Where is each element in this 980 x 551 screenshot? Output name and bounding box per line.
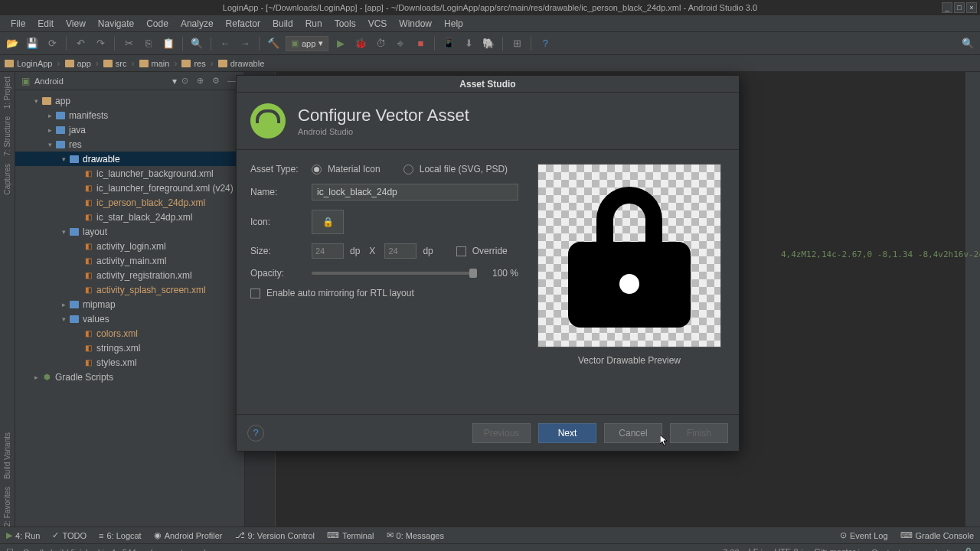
radio-local-file[interactable] [403, 165, 413, 174]
back-icon[interactable]: ← [217, 36, 233, 51]
profiler-tool[interactable]: ◉Android Profiler [154, 530, 223, 540]
find-icon[interactable]: 🔍 [189, 36, 204, 51]
previous-button[interactable]: Previous [472, 423, 531, 443]
build-variants-tab[interactable]: Build Variants [3, 432, 11, 479]
height-input[interactable] [384, 243, 416, 259]
cut-icon[interactable]: ✂ [121, 36, 136, 51]
run-tool[interactable]: ▶4: Run [6, 530, 40, 540]
tree-item[interactable]: ▸mipmap [15, 297, 244, 311]
next-button[interactable]: Next [538, 423, 596, 443]
context-indicator[interactable]: Context: <no context> [871, 548, 954, 552]
tree-item[interactable]: ◧activity_login.xml [15, 239, 244, 253]
override-checkbox[interactable] [456, 246, 466, 256]
sdk-icon[interactable]: ⬇ [461, 36, 476, 51]
caret-position[interactable]: 7:33 [723, 548, 739, 552]
tree-item[interactable]: ◧ic_launcher_foreground.xml (v24) [15, 181, 244, 195]
breadcrumb-item[interactable]: drawable [218, 59, 265, 68]
breadcrumb-item[interactable]: app [65, 59, 91, 68]
messages-tool[interactable]: ✉0: Messages [387, 530, 444, 540]
menu-vcs[interactable]: VCS [362, 17, 394, 31]
minimize-button[interactable]: _ [942, 2, 952, 13]
menu-help[interactable]: Help [438, 17, 469, 31]
avd-icon[interactable]: 📱 [441, 36, 456, 51]
file-encoding[interactable]: UTF-8≑ [774, 547, 805, 551]
cancel-button[interactable]: Cancel [604, 423, 662, 443]
menu-code[interactable]: Code [140, 17, 175, 31]
project-tree[interactable]: ▾app▸manifests▸java▾res▾drawable◧ic_laun… [15, 90, 244, 527]
forward-icon[interactable]: → [237, 36, 253, 51]
menu-tools[interactable]: Tools [328, 17, 362, 31]
finish-button[interactable]: Finish [670, 423, 728, 443]
opacity-slider[interactable] [312, 272, 477, 275]
menu-build[interactable]: Build [266, 17, 299, 31]
redo-icon[interactable]: ↷ [93, 36, 108, 51]
tree-item[interactable]: ▸java [15, 122, 244, 137]
breadcrumb-item[interactable]: src [103, 59, 127, 68]
help-button[interactable]: ? [247, 425, 264, 442]
run-config-selector[interactable]: ▣ app ▾ [286, 36, 328, 51]
structure-tool-tab[interactable]: 7: Structure [3, 116, 11, 156]
terminal-tool[interactable]: ⌨Terminal [327, 530, 374, 540]
width-input[interactable] [312, 243, 344, 259]
todo-tool[interactable]: ✓TODO [52, 530, 87, 540]
search-everywhere-icon[interactable]: 🔍 [960, 36, 975, 51]
run-icon[interactable]: ▶ [333, 36, 348, 51]
eventlog-tool[interactable]: ⊙Event Log [840, 530, 888, 540]
project-tool-tab[interactable]: 1: Project [3, 77, 11, 109]
lock-icon[interactable]: 🔒 [963, 547, 974, 551]
git-branch[interactable]: Git: master≑ [815, 547, 863, 551]
logcat-tool[interactable]: ≡6: Logcat [99, 531, 142, 540]
gradle-console-tool[interactable]: ⌨Gradle Console [900, 530, 974, 540]
name-input[interactable] [312, 184, 518, 201]
menu-file[interactable]: File [5, 17, 31, 31]
help-icon[interactable]: ? [537, 36, 553, 51]
breadcrumb-item[interactable]: LoginApp [5, 59, 53, 68]
debug-icon[interactable]: 🐞 [353, 36, 368, 51]
rtl-checkbox[interactable] [250, 289, 260, 298]
breadcrumb-item[interactable]: main [139, 59, 170, 68]
status-icon[interactable]: ☐ [6, 547, 14, 551]
sync-icon[interactable]: ⟳ [44, 36, 60, 51]
tree-item[interactable]: ◧activity_splash_screen.xml [15, 282, 244, 297]
menu-refactor[interactable]: Refactor [220, 17, 266, 31]
vcs-tool[interactable]: ⎇9: Version Control [235, 530, 315, 540]
tree-item[interactable]: ▾res [15, 137, 244, 152]
menu-run[interactable]: Run [299, 17, 328, 31]
menu-window[interactable]: Window [393, 17, 438, 31]
paste-icon[interactable]: 📋 [161, 36, 176, 51]
chevron-down-icon[interactable]: ▾ [172, 76, 177, 86]
tree-item[interactable]: ◧strings.xml [15, 341, 244, 355]
copy-icon[interactable]: ⎘ [141, 36, 156, 51]
tree-item[interactable]: ◧activity_registration.xml [15, 268, 244, 282]
line-ending[interactable]: LF≑ [749, 547, 766, 551]
captures-tool-tab[interactable]: Captures [3, 164, 11, 195]
radio-material-icon[interactable] [312, 165, 322, 174]
gear-icon[interactable]: ⚙ [212, 76, 223, 86]
tree-item[interactable]: ◧ic_star_black_24dp.xml [15, 210, 244, 224]
tree-item[interactable]: ▸⬢Gradle Scripts [15, 370, 244, 384]
tree-item[interactable]: ▾drawable [15, 152, 244, 166]
collapse-icon[interactable]: ⊙ [181, 76, 192, 86]
profile-icon[interactable]: ⏱ [373, 36, 388, 51]
open-icon[interactable]: 📂 [5, 36, 20, 51]
favorites-tool-tab[interactable]: 2: Favorites [3, 487, 11, 527]
menu-edit[interactable]: Edit [31, 17, 60, 31]
undo-icon[interactable]: ↶ [73, 36, 88, 51]
tree-item[interactable]: ◧colors.xml [15, 326, 244, 341]
project-view-title[interactable]: Android [34, 77, 168, 86]
structure-icon[interactable]: ⊞ [509, 36, 524, 51]
sync-gradle-icon[interactable]: 🐘 [481, 36, 496, 51]
attach-icon[interactable]: ⎆ [393, 36, 408, 51]
close-button[interactable]: × [966, 2, 977, 13]
icon-picker-button[interactable]: 🔒 [312, 210, 344, 234]
menu-navigate[interactable]: Navigate [92, 17, 140, 31]
menu-analyze[interactable]: Analyze [175, 17, 220, 31]
maximize-button[interactable]: □ [954, 2, 965, 13]
tree-item[interactable]: ◧activity_main.xml [15, 253, 244, 268]
save-icon[interactable]: 💾 [24, 36, 40, 51]
tree-item[interactable]: ▾values [15, 311, 244, 326]
tree-item[interactable]: ▾layout [15, 224, 244, 239]
tree-item[interactable]: ▸manifests [15, 108, 244, 122]
breadcrumb-item[interactable]: res [181, 59, 205, 68]
tree-item[interactable]: ▾app [15, 93, 244, 108]
